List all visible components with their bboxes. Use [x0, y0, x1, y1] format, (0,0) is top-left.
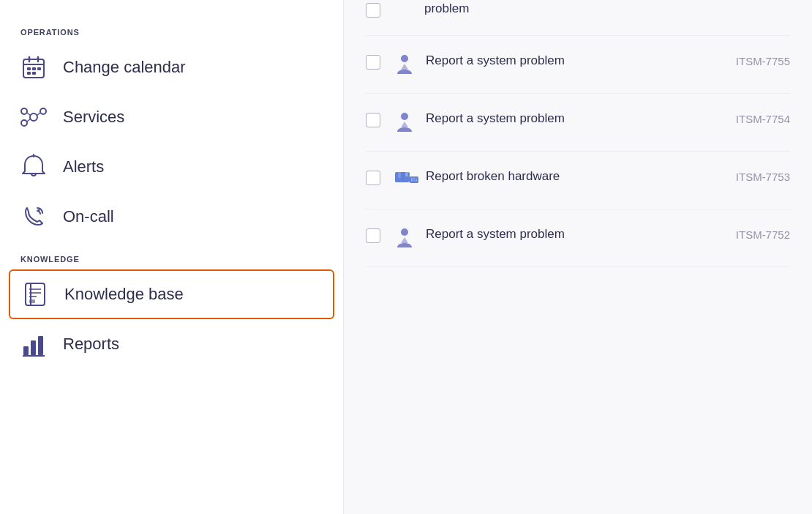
svg-marker-31: [401, 122, 408, 127]
svg-line-14: [37, 113, 40, 116]
ticket-row-7753: Report broken hardware ITSM-7753: [394, 168, 790, 193]
svg-line-15: [27, 119, 31, 122]
svg-rect-6: [27, 72, 31, 75]
system-problem-icon-7752: [394, 227, 417, 250]
ticket-title-7755: Report a system problem: [426, 52, 565, 70]
ticket-checkbox-7752[interactable]: [366, 228, 380, 243]
sidebar-item-change-calendar[interactable]: Change calendar: [0, 42, 343, 92]
svg-rect-25: [31, 340, 36, 355]
ticket-row-7752: Report a system problem ITSM-7752: [394, 226, 790, 250]
ticket-checkbox-partial[interactable]: [366, 3, 380, 18]
ticket-id-7755: ITSM-7755: [721, 55, 790, 67]
ticket-content-7755: Report a system problem: [394, 52, 721, 77]
svg-point-17: [38, 209, 40, 212]
sidebar-item-alerts[interactable]: Alerts: [0, 142, 343, 192]
ticket-content-7754: Report a system problem: [394, 110, 721, 135]
ticket-id-7753: ITSM-7753: [721, 171, 790, 183]
ticket-title-7754: Report a system problem: [426, 110, 565, 127]
ticket-content-7752: Report a system problem: [394, 226, 721, 250]
ticket-content-7753: Report broken hardware: [394, 168, 721, 193]
svg-rect-4: [27, 67, 31, 70]
broken-hardware-icon-7753: [394, 169, 417, 193]
ticket-checkbox-7754[interactable]: [366, 113, 380, 127]
ticket-title-partial: problem: [424, 0, 469, 18]
main-content: problem: [344, 0, 812, 514]
ticket-item-partial: problem: [366, 0, 790, 36]
bell-icon: [20, 154, 47, 180]
svg-rect-5: [32, 67, 36, 70]
sidebar-section-knowledge: KNOWLEDGE Knowledge base: [0, 242, 343, 369]
chart-icon: [20, 331, 47, 357]
svg-point-9: [30, 113, 37, 121]
sidebar-item-label-on-call: On-call: [63, 207, 114, 226]
sidebar-item-reports[interactable]: Reports: [0, 319, 343, 369]
section-label-knowledge: KNOWLEDGE: [0, 242, 343, 269]
ticket-content-partial: problem: [394, 0, 469, 22]
svg-rect-33: [398, 172, 401, 178]
svg-rect-24: [23, 346, 29, 355]
svg-point-11: [40, 108, 46, 114]
services-icon: [20, 104, 47, 130]
svg-rect-37: [411, 178, 413, 182]
svg-rect-34: [402, 172, 405, 180]
svg-point-40: [401, 228, 408, 236]
system-problem-icon-7754: [394, 111, 417, 135]
sidebar-item-services[interactable]: Services: [0, 92, 343, 142]
ticket-list: problem: [366, 0, 790, 267]
ticket-title-7753: Report broken hardware: [426, 168, 560, 185]
ticket-checkbox-7753[interactable]: [366, 171, 380, 185]
table-row: Report a system problem ITSM-7752: [366, 209, 790, 267]
table-row: Report a system problem ITSM-7754: [366, 94, 790, 152]
sidebar-item-label-reports: Reports: [63, 335, 119, 354]
sidebar-item-knowledge-base[interactable]: Knowledge base: [9, 269, 334, 319]
ticket-checkbox-7755[interactable]: [366, 55, 380, 70]
section-label-operations: OPERATIONS: [0, 15, 343, 42]
sidebar-item-label-change-calendar: Change calendar: [63, 58, 186, 77]
svg-rect-38: [413, 177, 415, 182]
svg-point-10: [21, 108, 27, 114]
book-icon: [22, 281, 48, 308]
oncall-icon: [20, 204, 47, 230]
sidebar-item-label-knowledge-base: Knowledge base: [64, 285, 184, 304]
table-row: Report broken hardware ITSM-7753: [366, 152, 790, 209]
svg-line-13: [27, 113, 31, 116]
table-row: Report a system problem ITSM-7755: [366, 36, 790, 94]
svg-rect-8: [37, 67, 41, 70]
svg-rect-39: [416, 179, 417, 182]
svg-marker-29: [401, 64, 408, 70]
svg-point-30: [401, 113, 408, 120]
svg-rect-35: [405, 172, 408, 176]
svg-point-12: [21, 120, 27, 126]
ticket-row-7754: Report a system problem ITSM-7754: [394, 110, 790, 135]
system-problem-icon-7755: [394, 53, 417, 77]
sidebar-item-on-call[interactable]: On-call: [0, 192, 343, 242]
sidebar: OPERATIONS Change calendar: [0, 0, 344, 514]
sidebar-item-label-alerts: Alerts: [63, 157, 104, 176]
svg-rect-26: [38, 336, 43, 355]
ticket-id-7752: ITSM-7752: [721, 228, 790, 241]
sidebar-item-label-services: Services: [63, 108, 124, 127]
calendar-icon: [20, 54, 47, 81]
ticket-row-7755: Report a system problem ITSM-7755: [394, 52, 790, 77]
svg-point-28: [401, 55, 408, 62]
svg-marker-41: [401, 237, 408, 243]
svg-rect-7: [32, 72, 36, 75]
sidebar-section-operations: OPERATIONS Change calendar: [0, 15, 343, 242]
ticket-row-partial: problem: [394, 0, 469, 22]
ticket-title-7752: Report a system problem: [426, 226, 565, 243]
ticket-id-7754: ITSM-7754: [721, 113, 790, 125]
